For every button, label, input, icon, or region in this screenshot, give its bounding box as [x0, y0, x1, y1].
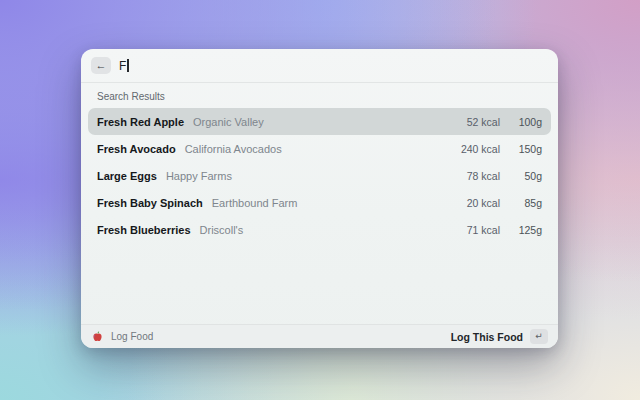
food-kcal: 240 kcal	[446, 143, 500, 155]
enter-key-icon: ↵	[530, 329, 548, 344]
results-list: Fresh Red Apple Organic Valley 52 kcal 1…	[81, 108, 558, 243]
food-grams: 100g	[510, 116, 542, 128]
food-name: Fresh Avocado	[97, 143, 176, 155]
search-bar: ← F	[81, 49, 558, 82]
log-this-food-action[interactable]: Log This Food ↵	[451, 329, 548, 344]
result-row[interactable]: Fresh Baby Spinach Earthbound Farm 20 kc…	[88, 189, 551, 216]
result-row[interactable]: Fresh Red Apple Organic Valley 52 kcal 1…	[88, 108, 551, 135]
app-name-label: Log Food	[111, 331, 153, 342]
food-grams: 125g	[510, 224, 542, 236]
food-kcal: 71 kcal	[446, 224, 500, 236]
apple-icon	[91, 330, 104, 343]
section-label: Search Results	[81, 91, 558, 103]
app-identity: Log Food	[91, 330, 153, 343]
food-kcal: 78 kcal	[446, 170, 500, 182]
search-query-text: F	[119, 59, 126, 73]
food-grams: 150g	[510, 143, 542, 155]
text-caret	[127, 59, 129, 72]
food-kcal: 20 kcal	[446, 197, 500, 209]
search-input[interactable]: F	[119, 59, 129, 73]
empty-area	[81, 243, 558, 324]
result-row[interactable]: Large Eggs Happy Farms 78 kcal 50g	[88, 162, 551, 189]
food-name: Fresh Baby Spinach	[97, 197, 203, 209]
food-grams: 50g	[510, 170, 542, 182]
food-name: Fresh Blueberries	[97, 224, 191, 236]
food-brand: California Avocados	[185, 143, 282, 155]
food-grams: 85g	[510, 197, 542, 209]
back-arrow-icon: ←	[96, 60, 107, 71]
result-row[interactable]: Fresh Avocado California Avocados 240 kc…	[88, 135, 551, 162]
footer-bar: Log Food Log This Food ↵	[81, 324, 558, 348]
header-divider	[81, 82, 558, 83]
back-button[interactable]: ←	[91, 57, 111, 74]
food-brand: Happy Farms	[166, 170, 232, 182]
result-row[interactable]: Fresh Blueberries Driscoll's 71 kcal 125…	[88, 216, 551, 243]
food-name: Fresh Red Apple	[97, 116, 184, 128]
food-kcal: 52 kcal	[446, 116, 500, 128]
food-logger-window: ← F Search Results Fresh Red Apple Organ…	[81, 49, 558, 348]
food-name: Large Eggs	[97, 170, 157, 182]
food-brand: Organic Valley	[193, 116, 264, 128]
action-label: Log This Food	[451, 331, 523, 343]
food-brand: Driscoll's	[200, 224, 244, 236]
food-brand: Earthbound Farm	[212, 197, 298, 209]
